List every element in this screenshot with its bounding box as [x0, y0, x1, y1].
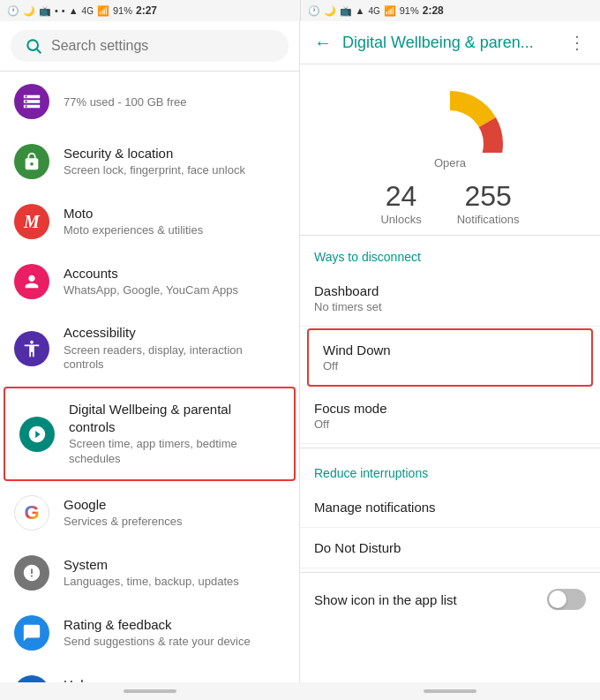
- moto-icon: M: [14, 204, 49, 239]
- section-reduce-header: Reduce interruptions: [300, 452, 600, 487]
- settings-item-accessibility[interactable]: Accessibility Screen readers, display, i…: [0, 312, 299, 385]
- right-item-focus-mode[interactable]: Focus mode Off: [300, 388, 600, 444]
- moto-item-text: Moto Moto experiences & utilities: [64, 205, 285, 238]
- system-title: System: [64, 556, 285, 574]
- settings-item-security[interactable]: Security & location Screen lock, fingerp…: [0, 132, 299, 192]
- accounts-icon: [14, 264, 49, 299]
- help-title: Help: [64, 676, 285, 682]
- main-content: Search settings 77% used - 100 GB free S: [0, 21, 600, 682]
- security-subtitle: Screen lock, fingerprint, face unlock: [64, 163, 285, 178]
- moto-subtitle: Moto experiences & utilities: [64, 223, 285, 238]
- security-title: Security & location: [64, 145, 285, 162]
- wellbeing-subtitle: Screen time, app timers, bedtime schedul…: [69, 437, 280, 467]
- search-bar-inner[interactable]: Search settings: [11, 30, 289, 62]
- wellbeing-item-text: Digital Wellbeing & parental controls Sc…: [69, 401, 280, 467]
- chart-app-label: Opera: [434, 156, 466, 169]
- accounts-subtitle: WhatsApp, Google, YouCam Apps: [64, 283, 285, 298]
- system-subtitle: Languages, time, backup, updates: [64, 575, 285, 590]
- search-icon: [25, 37, 42, 55]
- show-icon-toggle[interactable]: [547, 589, 586, 610]
- section-divider: [300, 448, 600, 448]
- settings-item-storage[interactable]: 77% used - 100 GB free: [0, 72, 299, 132]
- right-panel-title: Digital Wellbeing & paren...: [342, 34, 558, 52]
- notifications-label: Notifications: [457, 213, 520, 226]
- do-not-disturb-title: Do Not Disturb: [314, 540, 586, 555]
- right-item-dashboard[interactable]: Dashboard No timers set: [300, 271, 600, 327]
- settings-item-google[interactable]: G Google Services & preferences: [0, 483, 299, 543]
- accessibility-subtitle: Screen readers, display, interaction con…: [64, 343, 285, 373]
- settings-list: 77% used - 100 GB free Security & locati…: [0, 72, 299, 682]
- rating-subtitle: Send suggestions & rate your device: [64, 635, 285, 650]
- right-item-do-not-disturb[interactable]: Do Not Disturb: [300, 528, 600, 568]
- manage-notifications-title: Manage notifications: [314, 500, 586, 515]
- settings-item-help[interactable]: ? Help How-to & troubleshooting topics: [0, 663, 299, 682]
- rating-icon: [14, 615, 49, 651]
- moon-icon: 🌙: [23, 5, 35, 17]
- show-icon-toggle-row: Show icon in the app list: [300, 576, 600, 622]
- settings-item-accounts[interactable]: Accounts WhatsApp, Google, YouCam Apps: [0, 252, 299, 312]
- donut-chart-svg: [388, 82, 512, 153]
- accessibility-title: Accessibility: [64, 324, 285, 342]
- usage-chart: [388, 82, 512, 153]
- svg-point-0: [27, 40, 38, 50]
- svg-line-1: [37, 49, 41, 54]
- search-bar: Search settings: [0, 21, 299, 72]
- settings-item-digital-wellbeing[interactable]: Digital Wellbeing & parental controls Sc…: [4, 387, 296, 481]
- settings-item-system[interactable]: System Languages, time, backup, updates: [0, 543, 299, 603]
- lock-icon: [14, 144, 49, 179]
- more-options-button[interactable]: ⋮: [568, 32, 586, 53]
- chart-area: Opera 24 Unlocks 255 Notifications: [300, 64, 600, 236]
- system-icon: [14, 555, 49, 591]
- settings-item-rating[interactable]: Rating & feedback Send suggestions & rat…: [0, 603, 299, 663]
- left-panel: Search settings 77% used - 100 GB free S: [0, 21, 300, 682]
- nav-bar: [0, 682, 600, 700]
- wellbeing-icon: [19, 417, 55, 452]
- signal-icon-left: 📶: [97, 5, 109, 17]
- google-title: Google: [64, 496, 285, 514]
- toggle-knob: [549, 591, 566, 608]
- back-button[interactable]: ←: [314, 33, 332, 53]
- google-item-text: Google Services & preferences: [64, 496, 285, 530]
- wifi-icon-right: ▲: [356, 5, 365, 16]
- right-header: ← Digital Wellbeing & paren... ⋮: [300, 21, 600, 64]
- dot2: •: [62, 5, 65, 16]
- dashboard-subtitle: No timers set: [314, 300, 586, 313]
- storage-icon: [14, 84, 49, 119]
- focus-mode-title: Focus mode: [314, 401, 586, 416]
- wind-down-highlighted[interactable]: Wind Down Off: [307, 328, 593, 387]
- wellbeing-title: Digital Wellbeing & parental controls: [69, 401, 280, 435]
- dashboard-title: Dashboard: [314, 283, 586, 298]
- search-placeholder: Search settings: [51, 38, 148, 54]
- right-item-manage-notifications[interactable]: Manage notifications: [300, 487, 600, 528]
- storage-item-text: 77% used - 100 GB free: [64, 94, 285, 110]
- right-panel: ← Digital Wellbeing & paren... ⋮ Opera: [300, 21, 600, 682]
- help-item-text: Help How-to & troubleshooting topics: [64, 676, 285, 682]
- rating-item-text: Rating & feedback Send suggestions & rat…: [64, 616, 285, 650]
- accounts-item-text: Accounts WhatsApp, Google, YouCam Apps: [64, 265, 285, 298]
- wifi-icon: ▲: [69, 5, 79, 16]
- unlocks-number: 24: [380, 180, 421, 213]
- clock-icon-right: 🕐: [308, 5, 320, 17]
- status-bar-left: 🕐 🌙 📺 • • ▲ 4G 📶 91% 2:27: [0, 0, 300, 21]
- accessibility-item-text: Accessibility Screen readers, display, i…: [64, 324, 285, 373]
- time-right: 2:28: [423, 4, 444, 17]
- system-item-text: System Languages, time, backup, updates: [64, 556, 285, 590]
- settings-item-moto[interactable]: M Moto Moto experiences & utilities: [0, 192, 299, 252]
- status-bar-right: 🕐 🌙 📺 ▲ 4G 📶 91% 2:28: [300, 0, 601, 21]
- right-item-wind-down[interactable]: Wind Down Off: [309, 330, 591, 385]
- moon-icon-right: 🌙: [324, 5, 336, 17]
- accessibility-icon: [14, 331, 49, 366]
- nav-pill-left: [124, 689, 176, 693]
- focus-mode-subtitle: Off: [314, 418, 586, 431]
- stat-notifications: 255 Notifications: [457, 180, 520, 226]
- screen-icon-right: 📺: [340, 5, 352, 17]
- unlocks-label: Unlocks: [380, 213, 421, 226]
- help-icon: ?: [14, 675, 49, 682]
- notifications-number: 255: [457, 180, 520, 213]
- accounts-title: Accounts: [64, 265, 285, 282]
- signal-icon-right: 📶: [384, 5, 396, 17]
- screen-icon: 📺: [39, 5, 51, 17]
- battery-left: 91%: [113, 5, 132, 16]
- storage-label: 77% used - 100 GB free: [64, 95, 285, 110]
- section-ways-header: Ways to disconnect: [300, 236, 600, 271]
